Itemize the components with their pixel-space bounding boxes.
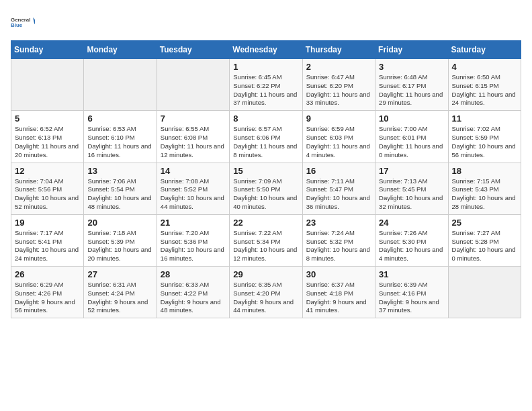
day-info: Sunrise: 6:35 AMSunset: 4:20 PMDaylight:…: [233, 281, 298, 315]
day-info: Sunrise: 7:08 AMSunset: 5:52 PMDaylight:…: [161, 177, 226, 212]
day-of-week-header: Monday: [84, 41, 157, 59]
calendar-cell: 27Sunrise: 6:31 AMSunset: 4:24 PMDayligh…: [84, 267, 157, 318]
day-info: Sunrise: 7:18 AMSunset: 5:39 PMDaylight:…: [87, 229, 152, 263]
calendar-cell: 4Sunrise: 6:50 AMSunset: 6:15 PMDaylight…: [448, 59, 521, 111]
calendar-cell: 29Sunrise: 6:35 AMSunset: 4:20 PMDayligh…: [230, 267, 302, 318]
day-info: Sunrise: 7:24 AMSunset: 5:32 PMDaylight:…: [306, 229, 371, 263]
day-number: 26: [15, 269, 80, 279]
calendar-week-row: 5Sunrise: 6:52 AMSunset: 6:13 PMDaylight…: [11, 111, 521, 163]
day-number: 2: [306, 62, 371, 72]
calendar-cell: 17Sunrise: 7:13 AMSunset: 5:45 PMDayligh…: [375, 163, 448, 214]
calendar-cell: 28Sunrise: 6:33 AMSunset: 4:22 PMDayligh…: [157, 267, 229, 318]
calendar-cell: 19Sunrise: 7:17 AMSunset: 5:41 PMDayligh…: [11, 214, 84, 266]
calendar-cell: 5Sunrise: 6:52 AMSunset: 6:13 PMDaylight…: [11, 111, 84, 163]
calendar-cell: 3Sunrise: 6:48 AMSunset: 6:17 PMDaylight…: [375, 59, 448, 111]
day-number: 1: [233, 62, 298, 72]
calendar-week-row: 19Sunrise: 7:17 AMSunset: 5:41 PMDayligh…: [11, 214, 521, 266]
day-number: 4: [452, 62, 517, 72]
day-number: 29: [233, 269, 298, 279]
day-number: 5: [15, 113, 80, 124]
day-info: Sunrise: 6:37 AMSunset: 4:18 PMDaylight:…: [306, 281, 371, 315]
calendar-cell: 9Sunrise: 6:59 AMSunset: 6:03 PMDaylight…: [302, 111, 375, 163]
calendar-cell: [11, 59, 84, 111]
calendar-cell: 20Sunrise: 7:18 AMSunset: 5:39 PMDayligh…: [84, 214, 157, 266]
day-number: 19: [15, 218, 80, 228]
day-number: 24: [379, 218, 444, 228]
calendar-week-row: 1Sunrise: 6:45 AMSunset: 6:22 PMDaylight…: [11, 59, 521, 111]
day-info: Sunrise: 7:17 AMSunset: 5:41 PMDaylight:…: [15, 229, 80, 263]
day-number: 6: [87, 113, 152, 124]
day-info: Sunrise: 6:48 AMSunset: 6:17 PMDaylight:…: [379, 73, 444, 107]
svg-text:General: General: [11, 17, 30, 23]
day-info: Sunrise: 6:47 AMSunset: 6:20 PMDaylight:…: [306, 73, 371, 107]
calendar-cell: 30Sunrise: 6:37 AMSunset: 4:18 PMDayligh…: [302, 267, 375, 318]
day-number: 30: [306, 269, 371, 279]
calendar-cell: 31Sunrise: 6:39 AMSunset: 4:16 PMDayligh…: [375, 267, 448, 318]
svg-text:Blue: Blue: [11, 22, 23, 28]
day-number: 28: [161, 269, 226, 279]
calendar-cell: 16Sunrise: 7:11 AMSunset: 5:47 PMDayligh…: [302, 163, 375, 214]
calendar-cell: 15Sunrise: 7:09 AMSunset: 5:50 PMDayligh…: [230, 163, 302, 214]
day-number: 11: [452, 113, 517, 124]
calendar-cell: 2Sunrise: 6:47 AMSunset: 6:20 PMDaylight…: [302, 59, 375, 111]
calendar-week-row: 26Sunrise: 6:29 AMSunset: 4:26 PMDayligh…: [11, 267, 521, 318]
calendar-cell: 24Sunrise: 7:26 AMSunset: 5:30 PMDayligh…: [375, 214, 448, 266]
calendar-cell: 13Sunrise: 7:06 AMSunset: 5:54 PMDayligh…: [84, 163, 157, 214]
calendar-cell: 1Sunrise: 6:45 AMSunset: 6:22 PMDaylight…: [230, 59, 302, 111]
day-info: Sunrise: 7:20 AMSunset: 5:36 PMDaylight:…: [161, 229, 226, 263]
day-number: 23: [306, 218, 371, 228]
day-number: 10: [379, 113, 444, 124]
calendar-cell: 26Sunrise: 6:29 AMSunset: 4:26 PMDayligh…: [11, 267, 84, 318]
day-info: Sunrise: 6:59 AMSunset: 6:03 PMDaylight:…: [306, 125, 371, 159]
calendar-cell: 25Sunrise: 7:27 AMSunset: 5:28 PMDayligh…: [448, 214, 521, 266]
day-info: Sunrise: 6:53 AMSunset: 6:10 PMDaylight:…: [87, 125, 152, 159]
day-number: 7: [161, 113, 226, 124]
day-info: Sunrise: 6:45 AMSunset: 6:22 PMDaylight:…: [233, 73, 298, 107]
day-info: Sunrise: 7:13 AMSunset: 5:45 PMDaylight:…: [379, 177, 444, 212]
calendar-cell: 22Sunrise: 7:22 AMSunset: 5:34 PMDayligh…: [230, 214, 302, 266]
day-info: Sunrise: 6:29 AMSunset: 4:26 PMDaylight:…: [15, 281, 80, 315]
day-info: Sunrise: 7:11 AMSunset: 5:47 PMDaylight:…: [306, 177, 371, 212]
calendar-header-row: SundayMondayTuesdayWednesdayThursdayFrid…: [11, 41, 521, 59]
day-info: Sunrise: 7:02 AMSunset: 5:59 PMDaylight:…: [452, 125, 517, 159]
day-number: 20: [87, 218, 152, 228]
day-info: Sunrise: 7:06 AMSunset: 5:54 PMDaylight:…: [87, 177, 152, 212]
day-number: 18: [452, 166, 517, 176]
day-info: Sunrise: 6:57 AMSunset: 6:06 PMDaylight:…: [233, 125, 298, 159]
day-info: Sunrise: 6:31 AMSunset: 4:24 PMDaylight:…: [87, 281, 152, 315]
calendar-table: SundayMondayTuesdayWednesdayThursdayFrid…: [11, 40, 521, 318]
logo-icon: General Blue: [11, 11, 35, 35]
day-number: 22: [233, 218, 298, 228]
day-number: 27: [87, 269, 152, 279]
day-info: Sunrise: 7:22 AMSunset: 5:34 PMDaylight:…: [233, 229, 298, 263]
day-info: Sunrise: 6:52 AMSunset: 6:13 PMDaylight:…: [15, 125, 80, 159]
day-of-week-header: Wednesday: [230, 41, 302, 59]
day-info: Sunrise: 7:09 AMSunset: 5:50 PMDaylight:…: [233, 177, 298, 212]
svg-marker-2: [33, 17, 35, 24]
day-of-week-header: Saturday: [448, 41, 521, 59]
logo: General Blue: [11, 11, 35, 35]
day-number: 25: [452, 218, 517, 228]
day-number: 21: [161, 218, 226, 228]
page-header: General Blue: [11, 11, 521, 35]
day-info: Sunrise: 7:26 AMSunset: 5:30 PMDaylight:…: [379, 229, 444, 263]
day-number: 14: [161, 166, 226, 176]
calendar-week-row: 12Sunrise: 7:04 AMSunset: 5:56 PMDayligh…: [11, 163, 521, 214]
day-info: Sunrise: 6:50 AMSunset: 6:15 PMDaylight:…: [452, 73, 517, 107]
day-number: 9: [306, 113, 371, 124]
calendar-cell: [157, 59, 229, 111]
day-of-week-header: Friday: [375, 41, 448, 59]
calendar-cell: 10Sunrise: 7:00 AMSunset: 6:01 PMDayligh…: [375, 111, 448, 163]
calendar-cell: 6Sunrise: 6:53 AMSunset: 6:10 PMDaylight…: [84, 111, 157, 163]
day-info: Sunrise: 6:39 AMSunset: 4:16 PMDaylight:…: [379, 281, 444, 315]
day-number: 12: [15, 166, 80, 176]
day-info: Sunrise: 7:00 AMSunset: 6:01 PMDaylight:…: [379, 125, 444, 159]
day-info: Sunrise: 7:04 AMSunset: 5:56 PMDaylight:…: [15, 177, 80, 212]
day-number: 3: [379, 62, 444, 72]
calendar-cell: 8Sunrise: 6:57 AMSunset: 6:06 PMDaylight…: [230, 111, 302, 163]
day-info: Sunrise: 7:15 AMSunset: 5:43 PMDaylight:…: [452, 177, 517, 212]
day-of-week-header: Thursday: [302, 41, 375, 59]
day-number: 8: [233, 113, 298, 124]
calendar-cell: 18Sunrise: 7:15 AMSunset: 5:43 PMDayligh…: [448, 163, 521, 214]
calendar-cell: 23Sunrise: 7:24 AMSunset: 5:32 PMDayligh…: [302, 214, 375, 266]
